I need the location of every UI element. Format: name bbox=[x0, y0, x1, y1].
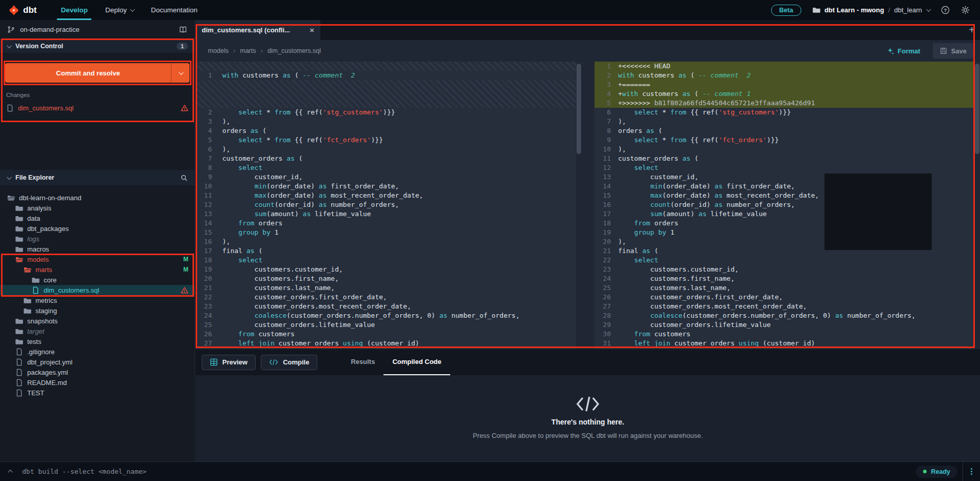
code-line-9[interactable]: 9 customer_id, bbox=[196, 172, 576, 182]
code-line-7[interactable]: 7customer_orders as ( bbox=[196, 154, 576, 163]
breadcrumb-item-marts[interactable]: marts bbox=[240, 47, 256, 54]
code-line-27[interactable]: 27 left join customer_orders using (cust… bbox=[196, 339, 576, 348]
format-button[interactable]: Format bbox=[887, 47, 920, 55]
tree-item-logs[interactable]: logs bbox=[0, 234, 195, 244]
code-line-13[interactable]: 13 sum(amount) as lifetime_value bbox=[196, 209, 576, 219]
tree-item-dbt-project-yml[interactable]: dbt_project.yml bbox=[0, 357, 195, 367]
command-bar-menu[interactable] bbox=[963, 462, 980, 481]
nav-item-develop[interactable]: Develop bbox=[52, 0, 97, 20]
code-line-2[interactable]: 2with customers as ( -- comment 2 bbox=[594, 71, 974, 80]
code-line-19[interactable]: 19 customers.customer_id, bbox=[196, 265, 576, 274]
tree-item-dim-customers-sql[interactable]: dim_customers.sql bbox=[0, 285, 195, 295]
code-line-1[interactable]: 1+<<<<<<< HEAD bbox=[594, 62, 974, 71]
code-line-22[interactable]: 22 select bbox=[594, 256, 974, 265]
code-line-5[interactable]: 5+>>>>>>> b81f802a66fd544504c65721e3ffaa… bbox=[594, 99, 974, 108]
code-line-24[interactable]: 24 coalesce(customer_orders.number_of_or… bbox=[196, 311, 576, 320]
tree-item-analysis[interactable]: analysis bbox=[0, 203, 195, 213]
code-line-12[interactable]: 12 select bbox=[594, 163, 974, 172]
tree-item-packages-yml[interactable]: packages.yml bbox=[0, 367, 195, 377]
tree-item-core[interactable]: core bbox=[0, 275, 195, 285]
code-line-3[interactable]: 3+======= bbox=[594, 80, 974, 89]
version-control-header[interactable]: Version Control 1 bbox=[0, 40, 195, 53]
compile-button[interactable]: Compile bbox=[261, 355, 317, 370]
panel-tab-compiled-code[interactable]: Compiled Code bbox=[383, 349, 450, 375]
tree-item-macros[interactable]: macros bbox=[0, 244, 195, 254]
code-line-29[interactable]: 29 customer_orders.lifetime_value bbox=[594, 320, 974, 330]
tree-item-target[interactable]: target bbox=[0, 326, 195, 336]
docs-book-icon[interactable] bbox=[179, 26, 187, 33]
code-line-4[interactable]: 4+with customers as ( -- comment 1 bbox=[594, 89, 974, 99]
tab-dim-customers[interactable]: dim_customers.sql (confli... × bbox=[196, 20, 320, 40]
code-line-30[interactable]: 30 from customers bbox=[594, 330, 974, 339]
tree-item-readme-md[interactable]: README.md bbox=[0, 377, 195, 388]
right-scrollbar-thumb[interactable] bbox=[975, 64, 979, 154]
dbt-logo[interactable]: dbt bbox=[8, 5, 36, 16]
code-line-25[interactable]: 25 customer_orders.lifetime_value bbox=[196, 320, 576, 330]
code-line-20[interactable]: 20 customers.first_name, bbox=[196, 274, 576, 283]
tree-item-snapshots[interactable]: snapshots bbox=[0, 316, 195, 326]
chevron-up-icon[interactable] bbox=[8, 470, 13, 475]
code-line-3[interactable]: 3), bbox=[196, 117, 576, 126]
code-line-10[interactable]: 10), bbox=[594, 145, 974, 154]
beta-badge[interactable]: Beta bbox=[771, 5, 801, 16]
search-icon[interactable] bbox=[180, 174, 188, 182]
code-line-21[interactable]: 21 customers.last_name, bbox=[196, 283, 576, 293]
code-line-22[interactable]: 22 customer_orders.first_order_date, bbox=[196, 293, 576, 302]
code-line-10[interactable]: 10 min(order_date) as first_order_date, bbox=[196, 182, 576, 191]
file-explorer-header[interactable]: File Explorer bbox=[0, 170, 195, 185]
tree-item-dbt-packages[interactable]: dbt_packages bbox=[0, 223, 195, 234]
panel-tab-results[interactable]: Results bbox=[342, 349, 383, 375]
commit-options-chevron[interactable] bbox=[171, 63, 189, 83]
code-line-2[interactable]: 2 select * from {{ ref('stg_customers')}… bbox=[196, 108, 576, 117]
tree-item-test[interactable]: TEST bbox=[0, 388, 195, 398]
breadcrumb-item-dim-customers-sql[interactable]: dim_customers.sql bbox=[267, 47, 321, 54]
code-line-1[interactable]: 1with customers as ( -- comment 2 bbox=[196, 71, 576, 80]
tree-item-marts[interactable]: martsM bbox=[0, 264, 195, 275]
tree-item-gitignore[interactable]: .gitignore bbox=[0, 347, 195, 357]
gear-icon[interactable] bbox=[961, 6, 970, 14]
code-line-5[interactable]: 5 select * from {{ ref('fct_orders')}} bbox=[196, 136, 576, 145]
nav-item-deploy[interactable]: Deploy bbox=[97, 0, 142, 20]
code-line-8[interactable]: 8orders as ( bbox=[594, 126, 974, 136]
tree-item-metrics[interactable]: metrics bbox=[0, 295, 195, 305]
code-line-4[interactable]: 4orders as ( bbox=[196, 126, 576, 136]
help-icon[interactable]: ? bbox=[941, 6, 950, 14]
code-line-7[interactable]: 7), bbox=[594, 117, 974, 126]
code-line-15[interactable]: 15 group by 1 bbox=[196, 228, 576, 237]
code-line-8[interactable]: 8 select bbox=[196, 163, 576, 172]
code-line-25[interactable]: 25 customers.last_name, bbox=[594, 283, 974, 293]
tree-item-dbt-learn-on-demand[interactable]: dbt-learn-on-demand bbox=[0, 193, 195, 203]
code-line-23[interactable]: 23 customer_orders.most_recent_order_dat… bbox=[196, 302, 576, 311]
code-line-26[interactable]: 26 customer_orders.first_order_date, bbox=[594, 293, 974, 302]
code-line-23[interactable]: 23 customers.customer_id, bbox=[594, 265, 974, 274]
code-line-24[interactable]: 24 customers.first_name, bbox=[594, 274, 974, 283]
merge-pane-current[interactable]: 1with customers as ( -- comment 22 selec… bbox=[196, 62, 576, 349]
tree-item-tests[interactable]: tests bbox=[0, 336, 195, 347]
code-line-31[interactable]: 31 left join customer_orders using (cust… bbox=[594, 339, 974, 348]
code-line-26[interactable]: 26 from customers bbox=[196, 330, 576, 339]
account-selector[interactable]: dbt Learn - mwong / dbt_learn bbox=[813, 6, 930, 14]
code-line-14[interactable]: 14 from orders bbox=[196, 219, 576, 228]
code-line-18[interactable]: 18 select bbox=[196, 256, 576, 265]
code-line-6[interactable]: 6), bbox=[196, 145, 576, 154]
breadcrumb-item-models[interactable]: models bbox=[208, 47, 228, 54]
code-line-28[interactable]: 28 coalesce(customer_orders.number_of_or… bbox=[594, 311, 974, 320]
code-line-9[interactable]: 9 select * from {{ ref('fct_orders')}} bbox=[594, 136, 974, 145]
merge-pane-incoming[interactable]: 1+<<<<<<< HEAD2with customers as ( -- co… bbox=[594, 62, 974, 349]
code-line-12[interactable]: 12 count(order_id) as number_of_orders, bbox=[196, 200, 576, 209]
preview-button[interactable]: Preview bbox=[202, 355, 256, 370]
tree-item-models[interactable]: modelsM bbox=[0, 254, 195, 264]
code-line-16[interactable]: 16), bbox=[196, 237, 576, 246]
branch-selector[interactable]: on-demand-practice bbox=[0, 20, 195, 40]
code-line-17[interactable]: 17final as ( bbox=[196, 246, 576, 256]
code-line-6[interactable]: 6 select * from {{ ref('stg_customers')}… bbox=[594, 108, 974, 117]
merge-editor[interactable]: 1with customers as ( -- comment 22 selec… bbox=[196, 62, 980, 349]
code-line-27[interactable]: 27 customer_orders.most_recent_order_dat… bbox=[594, 302, 974, 311]
save-button[interactable]: Save bbox=[933, 43, 974, 59]
commit-and-resolve-button[interactable]: Commit and resolve bbox=[5, 63, 189, 83]
tree-item-data[interactable]: data bbox=[0, 213, 195, 223]
code-line-11[interactable]: 11customer_orders as ( bbox=[594, 154, 974, 163]
changed-file-dim-customers-sql[interactable]: dim_customers.sql bbox=[0, 102, 195, 113]
command-input[interactable]: dbt build --select <model_name> bbox=[22, 468, 916, 475]
right-scrollbar-track[interactable] bbox=[974, 62, 980, 349]
